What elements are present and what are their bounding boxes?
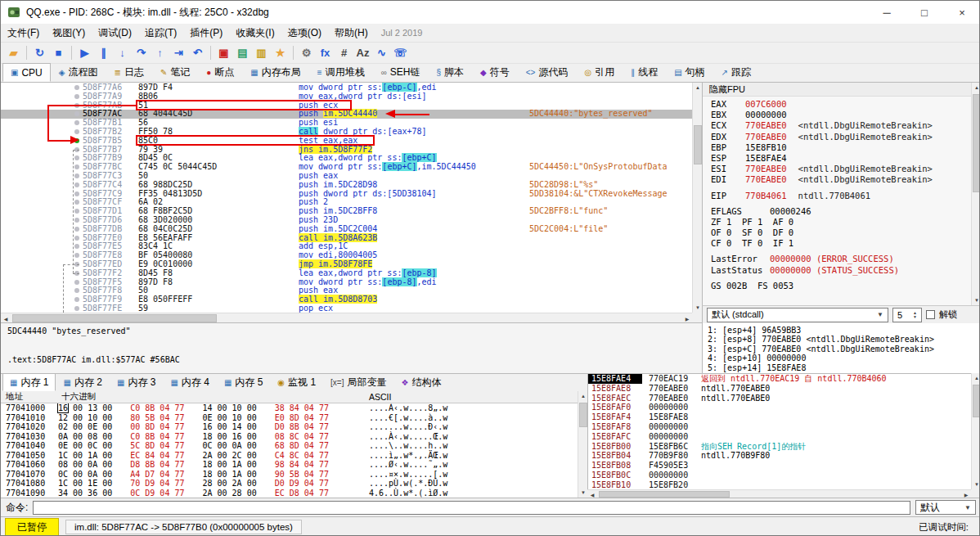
tab-threads[interactable]: ∥线程: [623, 63, 666, 82]
argument-count-stepper[interactable]: 5 ▲▼: [892, 308, 922, 322]
row-dot-icon[interactable]: [74, 94, 79, 99]
menu-item[interactable]: 帮助(H): [328, 25, 375, 41]
tab-handles[interactable]: ▤句柄: [666, 63, 713, 82]
row-dot-icon[interactable]: [74, 218, 79, 223]
row-dot-icon[interactable]: [74, 164, 79, 169]
argument-row[interactable]: 2: [esp+8] 770EABE0 <ntdll.DbgUiRemoteBr…: [708, 335, 976, 344]
phone-icon[interactable]: ☏: [391, 44, 410, 61]
argument-row[interactable]: 3: [esp+C] 770EABE0 <ntdll.DbgUiRemoteBr…: [708, 345, 976, 354]
open-file-icon[interactable]: ▰: [4, 44, 23, 61]
memory-dump-panel[interactable]: 7704100016 00 13 00C0 8B 04 7714 00 10 0…: [1, 403, 578, 498]
register-row[interactable]: LastError00000000 (ERROR_SUCCESS): [711, 254, 973, 264]
memory-row[interactable]: 770410501C 00 1A 00EC 84 04 772A 00 2C 0…: [1, 451, 578, 461]
close-button[interactable]: ×: [943, 1, 980, 24]
run-icon[interactable]: ▶: [75, 44, 94, 61]
row-dot-icon[interactable]: [74, 155, 79, 160]
row-dot-icon[interactable]: [74, 227, 79, 232]
disassembly-hscrollbar[interactable]: ◀ ▶: [1, 313, 692, 322]
register-row[interactable]: ESI770EABE0<ntdll.DbgUiRemoteBreakin>: [711, 164, 973, 174]
tab-memory-2[interactable]: ▦内存 2: [56, 373, 109, 391]
tab-cpu[interactable]: ▣CPU: [2, 63, 51, 82]
memory-row[interactable]: 770410700C 00 0A 00A4 D7 04 7718 00 1A 0…: [1, 470, 578, 480]
row-dot-icon[interactable]: [74, 280, 79, 285]
register-row[interactable]: EDI770EABE0<ntdll.DbgUiRemoteBreakin>: [711, 174, 973, 185]
stepper-arrows-icon[interactable]: ▲▼: [913, 311, 917, 319]
row-dot-icon[interactable]: [74, 253, 79, 258]
stack-row[interactable]: 15E8FAF800000000: [588, 422, 971, 432]
tab-notes[interactable]: ✎笔记: [152, 63, 198, 82]
register-row[interactable]: ESP15E8FAE4: [711, 153, 973, 164]
stack-row[interactable]: 15E8FAE4770EAC19返回到 ntdll.770EAC19 自 ntd…: [588, 374, 971, 384]
stack-vscrollbar[interactable]: ▲ ▼: [971, 373, 980, 489]
unlock-checkbox[interactable]: [926, 310, 935, 319]
argument-row[interactable]: 5: [esp+14] 15E8FAE8: [708, 363, 976, 372]
step-back-icon[interactable]: ↶: [188, 44, 207, 61]
row-dot-icon[interactable]: [74, 209, 79, 214]
row-dot-icon[interactable]: [74, 236, 79, 241]
tab-breakpoints[interactable]: ●断点: [198, 63, 242, 82]
stack-row[interactable]: 15E8FB08F45905E3: [588, 461, 971, 471]
tab-memory-5[interactable]: ▦内存 5: [217, 373, 270, 391]
row-dot-icon[interactable]: [74, 120, 79, 125]
stack-row[interactable]: 15E8FB0C00000000: [588, 471, 971, 480]
step-into-icon[interactable]: ↓: [113, 44, 132, 61]
tab-graph[interactable]: ◈流程图: [51, 63, 106, 82]
case-icon[interactable]: Az: [353, 44, 372, 61]
stack-row[interactable]: 15E8FAFC00000000: [588, 432, 971, 442]
stack-row[interactable]: 15E8FB04770B9F80ntdll.770B9F80: [588, 451, 971, 461]
row-dot-icon[interactable]: [74, 306, 79, 311]
memory-row[interactable]: 7704109034 00 36 000C D9 04 772A 00 28 0…: [1, 489, 578, 498]
stop-icon[interactable]: ■: [49, 44, 68, 61]
trace-record-icon[interactable]: ▣: [214, 44, 233, 61]
memory-row[interactable]: 7704106008 00 0A 00D8 8B 04 7718 00 1A 0…: [1, 460, 578, 470]
settings-icon[interactable]: ⚙: [297, 44, 316, 61]
scroll-up-icon[interactable]: ▲: [972, 373, 980, 383]
notes-toolbar-icon[interactable]: ▥: [252, 44, 271, 61]
menu-item[interactable]: 文件(F): [1, 25, 46, 41]
row-dot-icon[interactable]: [74, 173, 79, 178]
hide-fpu-button[interactable]: 隐藏FPU: [703, 83, 973, 97]
scroll-thumb[interactable]: [973, 385, 980, 417]
row-dot-icon[interactable]: [74, 182, 79, 187]
menu-item[interactable]: 追踪(T): [138, 25, 183, 41]
run-to-cursor-icon[interactable]: ⇥: [169, 44, 188, 61]
arguments-panel[interactable]: 1: [esp+4] 96A59BB32: [esp+8] 770EABE0 <…: [702, 323, 980, 373]
tab-source[interactable]: <>源代码: [518, 63, 577, 82]
menu-item[interactable]: 收藏夹(I): [229, 25, 281, 41]
stack-row[interactable]: 15E8FAEC770EABE0ntdll.770EABE0: [588, 394, 971, 403]
tab-struct[interactable]: ❖结构体: [394, 373, 449, 391]
command-profile-select[interactable]: 默认 ▼: [915, 500, 976, 515]
stack-hscrollbar[interactable]: ◀ ▶: [587, 489, 971, 498]
calling-convention-select[interactable]: 默认 (stdcall) ▼: [707, 308, 888, 322]
row-dot-icon[interactable]: [74, 244, 79, 249]
tab-trace[interactable]: ↗跟踪: [713, 63, 759, 82]
memory-row[interactable]: 7704100016 00 13 00C0 8B 04 7714 00 10 0…: [1, 403, 578, 413]
menu-item[interactable]: 插件(P): [183, 25, 229, 41]
tab-references[interactable]: ◎引用: [576, 63, 623, 82]
memory-row[interactable]: 770410400E 00 0C 005C 8D 04 770C 00 0A 0…: [1, 441, 578, 451]
stack-row[interactable]: 15E8FB0015E8FB6C指向SEH_Record[1]的指针: [588, 442, 971, 452]
register-row[interactable]: EAX007C6000: [711, 99, 973, 110]
command-input[interactable]: [33, 501, 910, 515]
tab-seh[interactable]: ∞SEH链: [373, 63, 429, 82]
row-dot-icon[interactable]: [74, 111, 79, 116]
step-over-icon[interactable]: ↷: [132, 44, 151, 61]
stack-row[interactable]: 15E8FAF000000000: [588, 403, 971, 412]
row-dot-icon[interactable]: [74, 191, 79, 196]
tab-memory-3[interactable]: ▦内存 3: [110, 373, 163, 391]
menu-item[interactable]: 调试(D): [92, 25, 138, 41]
tab-watch-1[interactable]: ◉监视 1: [270, 373, 323, 391]
graph-toolbar-icon[interactable]: ∿: [372, 44, 391, 61]
register-row[interactable]: EDX770EABE0<ntdll.DbgUiRemoteBreakin>: [711, 132, 973, 142]
scroll-down-icon[interactable]: ▼: [972, 295, 980, 305]
scroll-thumb[interactable]: [599, 491, 730, 498]
register-row[interactable]: EBP15E8FB10: [711, 142, 973, 153]
register-row[interactable]: LastStatus00000000 (STATUS_SUCCESS): [711, 265, 973, 276]
row-dot-icon[interactable]: [74, 85, 79, 90]
scroll-thumb[interactable]: [973, 94, 980, 192]
memory-vscrollbar[interactable]: ▲ ▼: [578, 391, 587, 498]
scroll-up-icon[interactable]: ▲: [972, 83, 980, 92]
disasm-row[interactable]: 5D8F77FE59pop ecx: [1, 304, 692, 313]
pause-icon[interactable]: ∥: [94, 44, 113, 61]
row-dot-icon[interactable]: [74, 200, 79, 205]
